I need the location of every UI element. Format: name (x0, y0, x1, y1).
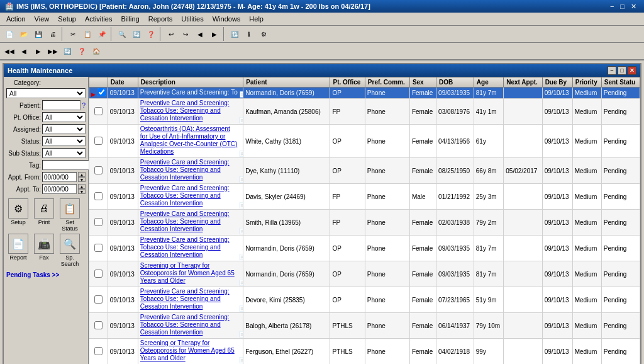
col-description[interactable]: Description (138, 77, 243, 88)
row-description[interactable]: Preventive Care and Screening: Tobacco U… (138, 88, 243, 99)
tb2-back[interactable]: ◀ (17, 44, 31, 58)
menu-setup[interactable]: Setup (54, 14, 80, 24)
row-checkbox-cell[interactable] (89, 313, 108, 339)
patient-input[interactable] (42, 100, 80, 110)
apptfrom-spinner[interactable]: ▲ ▼ (78, 172, 86, 182)
menu-action[interactable]: Action (3, 14, 30, 24)
tb-paste[interactable]: 📌 (95, 27, 109, 41)
tb2-refresh2[interactable]: 🔄 (60, 44, 74, 58)
spsearch-button[interactable]: 🔍 Sp. Search (58, 234, 82, 267)
print-button[interactable]: 🖨 Print (32, 198, 56, 232)
report-button[interactable]: 📄 Report (6, 234, 30, 267)
table-row[interactable]: 09/10/13Preventive Care and Screening: T… (89, 236, 640, 261)
table-row[interactable]: 09/10/13Screening or Therapy for Osteopo… (89, 339, 640, 365)
table-row[interactable]: 09/10/13Osteoarthritis (OA): Assessment … (89, 125, 640, 158)
tb-new[interactable]: 📄 (3, 27, 16, 41)
menu-view[interactable]: View (31, 14, 53, 24)
tb-open[interactable]: 📂 (17, 27, 31, 41)
apptfrom-spin-down[interactable]: ▼ (78, 177, 86, 182)
row-description[interactable]: Preventive Care and Screening: Tobacco U… (138, 236, 243, 261)
menu-billing[interactable]: Billing (117, 14, 143, 24)
minimize-button[interactable]: − (608, 3, 616, 11)
apptto-spin-up[interactable]: ▲ (78, 184, 86, 189)
tb2-right[interactable]: ▶▶ (46, 44, 60, 58)
row-description[interactable]: Preventive Care and Screening: Tobacco U… (138, 287, 243, 313)
hm-minimize-button[interactable]: − (608, 66, 616, 75)
menu-reports[interactable]: Reports (145, 14, 177, 24)
row-description[interactable]: Preventive Care and Screening: Tobacco U… (138, 184, 243, 210)
menu-help[interactable]: Help (245, 14, 267, 24)
table-row[interactable]: 09/10/13Screening or Therapy for Osteopo… (89, 261, 640, 287)
col-prefcomm[interactable]: Pref. Comm. (365, 77, 409, 88)
pending-tasks-link[interactable]: Pending Tasks >> (6, 271, 86, 278)
tb-undo[interactable]: ↩ (164, 27, 178, 41)
setup-button[interactable]: ⚙ Setup (6, 198, 30, 232)
ptoffice-select[interactable]: All (42, 112, 86, 122)
tb-copy[interactable]: 📋 (80, 27, 94, 41)
col-ptoffice[interactable]: Pt. Office (330, 77, 365, 88)
apptfrom-spin-up[interactable]: ▲ (78, 172, 86, 177)
table-row[interactable]: 09/10/13Preventive Care and Screening: T… (89, 210, 640, 236)
row-checkbox-cell[interactable] (89, 125, 108, 158)
row-checkbox-cell[interactable] (89, 287, 108, 313)
table-row[interactable]: ▶ 09/10/13Preventive Care and Screening:… (89, 88, 640, 99)
setstatus-button[interactable]: 📋 Set Status (58, 198, 82, 232)
row-checkbox-cell[interactable] (89, 261, 108, 287)
tb-help[interactable]: ❓ (144, 27, 158, 41)
table-row[interactable]: 09/10/13Preventive Care and Screening: T… (89, 287, 640, 313)
tb-forward[interactable]: ▶ (208, 27, 221, 41)
row-description[interactable]: Preventive Care and Screening: Tobacco U… (138, 210, 243, 236)
category-select[interactable]: All (6, 88, 86, 98)
tb2-left[interactable]: ◀◀ (3, 44, 16, 58)
col-patient[interactable]: Patient (243, 77, 330, 88)
col-date[interactable]: Date (108, 77, 138, 88)
table-row[interactable]: 09/10/13Preventive Care and Screening: T… (89, 184, 640, 210)
table-row[interactable]: 09/10/13Preventive Care and Screening: T… (89, 313, 640, 339)
fax-button[interactable]: 📠 Fax (32, 234, 56, 267)
tb-info[interactable]: ℹ (242, 27, 256, 41)
status-select[interactable]: All (42, 136, 86, 146)
tb-settings[interactable]: ⚙ (257, 27, 270, 41)
apptto-spin-down[interactable]: ▼ (78, 189, 86, 194)
menu-activities[interactable]: Activities (81, 14, 116, 24)
apptto-input[interactable] (42, 184, 77, 194)
tb2-help2[interactable]: ❓ (75, 44, 89, 58)
row-description[interactable]: Preventive Care and Screening: Tobacco U… (138, 99, 243, 125)
row-description[interactable]: Preventive Care and Screening: Tobacco U… (138, 158, 243, 184)
apptto-spinner[interactable]: ▲ ▼ (78, 184, 86, 194)
tb2-home[interactable]: 🏠 (89, 44, 103, 58)
substatus-select[interactable]: All (42, 148, 86, 158)
row-checkbox-cell[interactable] (89, 210, 108, 236)
tb2-fwd[interactable]: ▶ (31, 44, 45, 58)
col-nextappt[interactable]: Next Appt. (504, 77, 542, 88)
row-checkbox-cell[interactable] (89, 158, 108, 184)
col-priority[interactable]: Priority (572, 77, 601, 88)
row-description[interactable]: Preventive Care and Screening: Tobacco U… (138, 313, 243, 339)
col-dueby[interactable]: Due By (542, 77, 572, 88)
row-checkbox-cell[interactable] (89, 236, 108, 261)
row-description[interactable]: Osteoarthritis (OA): Assessment for Use … (138, 125, 243, 158)
tb-print[interactable]: 🖨 (46, 27, 60, 41)
tb-back[interactable]: ◀ (193, 27, 207, 41)
menu-windows[interactable]: Windows (209, 14, 245, 24)
row-description[interactable]: Screening or Therapy for Osteoporosis fo… (138, 339, 243, 365)
close-button[interactable]: ✕ (628, 3, 639, 11)
assigned-select[interactable]: All (42, 124, 86, 134)
row-description[interactable]: Screening or Therapy for Osteoporosis fo… (138, 261, 243, 287)
row-checkbox-cell[interactable]: ▶ (89, 88, 108, 99)
patient-question-icon[interactable]: ? (82, 102, 86, 109)
tb-reload[interactable]: 🔃 (228, 27, 242, 41)
table-row[interactable]: 09/10/13Preventive Care and Screening: T… (89, 99, 640, 125)
tb-redo[interactable]: ↪ (179, 27, 192, 41)
hm-maximize-button[interactable]: □ (618, 66, 626, 75)
apptfrom-input[interactable] (42, 172, 77, 182)
tb-save[interactable]: 💾 (31, 27, 45, 41)
hm-close-button[interactable]: ✕ (628, 66, 636, 75)
col-age[interactable]: Age (474, 77, 503, 88)
row-checkbox-cell[interactable] (89, 99, 108, 125)
row-checkbox-cell[interactable] (89, 184, 108, 210)
maximize-button[interactable]: □ (618, 3, 627, 11)
tb-cut[interactable]: ✂ (66, 27, 80, 41)
table-row[interactable]: 09/10/13Preventive Care and Screening: T… (89, 158, 640, 184)
col-dob[interactable]: DOB (436, 77, 474, 88)
